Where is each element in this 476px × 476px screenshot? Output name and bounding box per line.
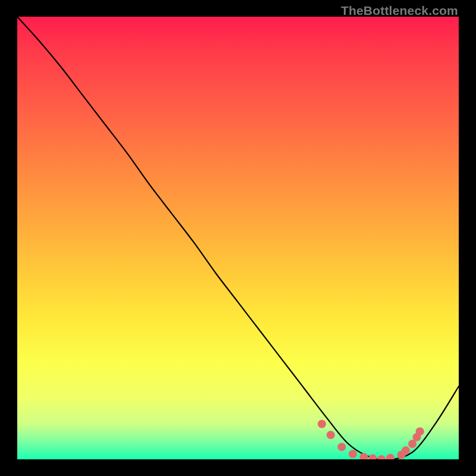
- chart-svg: [17, 17, 459, 459]
- highlight-dot: [416, 427, 424, 436]
- watermark-text: TheBottleneck.com: [341, 4, 458, 18]
- highlight-dots: [318, 419, 424, 459]
- highlight-dot: [337, 443, 346, 451]
- curve-path-group: [17, 17, 459, 459]
- chart-frame: TheBottleneck.com: [0, 0, 476, 476]
- highlight-dot: [402, 446, 410, 455]
- highlight-dot: [377, 455, 386, 459]
- highlight-dot: [386, 454, 394, 459]
- bottleneck-curve: [17, 17, 459, 459]
- highlight-dot: [318, 419, 326, 428]
- highlight-dot: [359, 453, 368, 459]
- highlight-dot: [368, 455, 377, 459]
- highlight-dot: [349, 450, 357, 458]
- plot-area: [17, 17, 459, 459]
- highlight-dot: [327, 431, 335, 439]
